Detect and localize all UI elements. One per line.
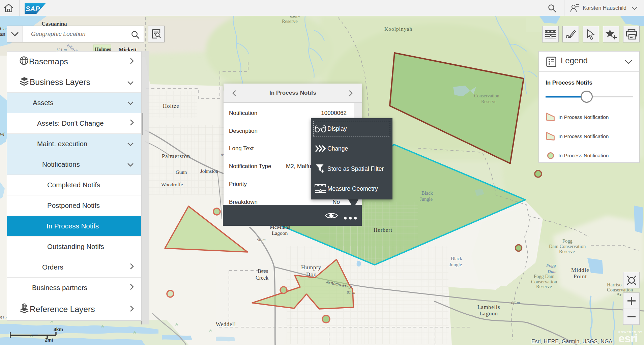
svg-text:Black: Black xyxy=(421,190,433,196)
svg-text:Reserve: Reserve xyxy=(481,99,496,104)
svg-text:Woodroffe: Woodroffe xyxy=(161,182,183,187)
svg-text:ast: ast xyxy=(0,32,5,37)
svg-text:Palmerston: Palmerston xyxy=(162,153,190,159)
svg-text:96 m: 96 m xyxy=(257,237,266,242)
svg-text:Lagoon: Lagoon xyxy=(272,230,288,236)
svg-text:Creek: Creek xyxy=(256,275,268,281)
svg-text:Humpty: Humpty xyxy=(301,264,321,271)
svg-text:2mi: 2mi xyxy=(45,337,53,343)
svg-text:Black: Black xyxy=(451,256,463,261)
svg-text:Doo: Doo xyxy=(306,271,317,278)
svg-text:Lagoon: Lagoon xyxy=(479,311,498,317)
svg-text:66 m: 66 m xyxy=(511,300,520,305)
svg-text:Holtze: Holtze xyxy=(163,103,179,109)
svg-text:Fogg: Fogg xyxy=(562,238,573,244)
svg-text:4km: 4km xyxy=(54,327,63,332)
svg-text:Reserve: Reserve xyxy=(536,284,552,289)
svg-text:Johnston: Johnston xyxy=(200,168,218,174)
svg-text:Koolpinyah: Koolpinyah xyxy=(384,26,412,32)
svg-text:SAP: SAP xyxy=(26,5,40,12)
svg-text:Bees: Bees xyxy=(258,268,268,274)
svg-text:Weddell: Weddell xyxy=(216,321,236,327)
svg-text:Jungle: Jungle xyxy=(449,262,462,267)
svg-text:Conservation: Conservation xyxy=(474,93,499,98)
svg-text:81 m: 81 m xyxy=(347,290,355,295)
svg-text:Jungle: Jungle xyxy=(420,196,433,202)
svg-text:wi: wi xyxy=(0,132,4,137)
svg-text:Dam: Dam xyxy=(547,269,556,274)
svg-text:Gunn: Gunn xyxy=(176,169,187,175)
svg-text:Harriso: Harriso xyxy=(607,282,622,287)
svg-text:Herbert: Herbert xyxy=(374,227,392,233)
svg-text:Reserve: Reserve xyxy=(559,249,575,254)
svg-text:Fogg: Fogg xyxy=(546,263,556,268)
svg-text:Middle: Middle xyxy=(571,267,589,273)
svg-text:Reserve: Reserve xyxy=(282,19,298,24)
svg-text:Lambells: Lambells xyxy=(477,304,500,310)
svg-text:Point: Point xyxy=(574,273,587,280)
svg-text:Dam Conservation: Dam Conservation xyxy=(549,244,586,249)
svg-text:Fogg Dam: Fogg Dam xyxy=(534,274,555,279)
svg-text:Ar: Ar xyxy=(616,292,621,297)
